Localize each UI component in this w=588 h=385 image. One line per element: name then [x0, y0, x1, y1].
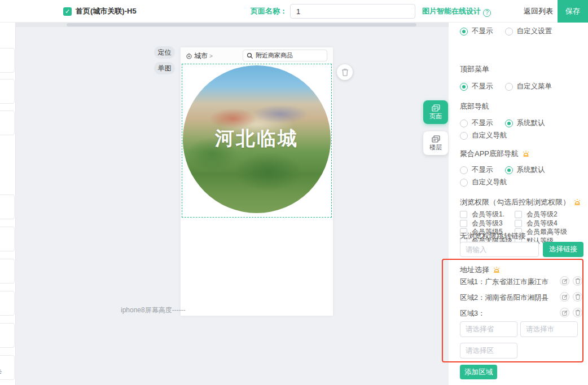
- radio-icon: [460, 166, 468, 174]
- radio-icon: [505, 83, 513, 91]
- province-select[interactable]: [460, 321, 517, 337]
- back-to-list-button[interactable]: 返回列表: [524, 0, 553, 23]
- city-select[interactable]: [520, 321, 578, 337]
- checkbox-option[interactable]: 会员等级1.: [460, 210, 515, 219]
- trash-icon: [341, 68, 349, 76]
- edit-region-button[interactable]: [560, 308, 569, 317]
- radio-icon: [505, 166, 513, 174]
- phone-search-input[interactable]: 附近商家商品: [243, 50, 327, 61]
- component-tag-locate: 定位: [154, 46, 175, 59]
- add-region-button[interactable]: 添加区域: [460, 365, 497, 379]
- address-select-heading: 地址选择: [460, 265, 501, 275]
- checkbox-icon: [460, 220, 467, 227]
- search-placeholder: 附近商家商品: [256, 51, 293, 60]
- trash-icon: [575, 294, 581, 300]
- radio-icon: [460, 132, 468, 140]
- city-photo: 河北临城: [183, 65, 331, 213]
- bottom-nav-heading: 底部导航: [460, 101, 489, 112]
- choose-link-button[interactable]: 选择链接: [543, 242, 583, 257]
- component-tag-single-image: 单图: [154, 62, 175, 74]
- component-card-tabs[interactable]: 选项卡: [0, 355, 15, 380]
- app-bottom-nav-radios-row2: 自定义导航: [460, 178, 519, 187]
- radio-icon: [505, 28, 513, 36]
- radio-option[interactable]: 不显示: [460, 165, 493, 175]
- checkbox-option[interactable]: 会员等级3: [460, 219, 515, 228]
- region-row-1: 区域1：广东省湛江市廉江市: [460, 276, 585, 286]
- region-label: 区域3：: [460, 309, 485, 317]
- save-button[interactable]: 保存: [558, 0, 588, 23]
- view-permission-heading: 浏览权限（勾选后控制浏览权限）: [460, 197, 581, 207]
- display-setting-radios: 不显示 自定义设置: [460, 26, 564, 36]
- district-select[interactable]: [460, 343, 517, 359]
- edit-region-button[interactable]: [560, 292, 569, 302]
- radio-option[interactable]: 不显示: [460, 26, 493, 36]
- component-card-blank[interactable]: 空白: [0, 48, 15, 73]
- page-editor-app: ✓ 首页(城市关联)-H5 页面名称： 图片智能在线设计? 返回列表 保存 空白…: [0, 0, 588, 385]
- topbar: ✓ 首页(城市关联)-H5 页面名称： 图片智能在线设计? 返回列表 保存: [0, 0, 588, 23]
- component-card-image[interactable]: 图片: [0, 110, 15, 135]
- floor-settings-button[interactable]: 楼层: [423, 131, 448, 155]
- page-checkbox[interactable]: ✓: [63, 7, 72, 16]
- radio-option[interactable]: 系统默认: [505, 165, 545, 175]
- help-icon[interactable]: ?: [483, 9, 491, 17]
- radio-icon: [460, 179, 468, 187]
- radio-option[interactable]: 系统默认: [505, 118, 545, 128]
- bell-icon: [573, 198, 581, 206]
- component-card-button[interactable]: 按钮: [0, 291, 15, 316]
- page-settings-button[interactable]: 页面: [423, 100, 448, 124]
- edit-icon: [562, 310, 568, 316]
- delete-region-button[interactable]: [573, 308, 582, 317]
- page-name-label: 页面名称：: [251, 0, 287, 23]
- single-image-component[interactable]: 河北临城: [182, 64, 332, 218]
- iphone8-height-marker: iphone8屏幕高度------: [121, 306, 186, 315]
- component-card-header[interactable]: 头部: [0, 323, 15, 348]
- horizontal-scrollbar-thumb[interactable]: [67, 23, 416, 26]
- radio-icon: [505, 120, 513, 127]
- delete-component-button[interactable]: [337, 64, 353, 80]
- radio-icon: [460, 120, 468, 127]
- app-bottom-nav-radios-row1: 不显示 系统默认: [460, 165, 557, 175]
- floor-settings-label: 楼层: [429, 143, 442, 152]
- city-selector[interactable]: 城市 >: [186, 51, 213, 61]
- radio-option[interactable]: 自定义导航: [460, 131, 507, 140]
- checkbox-option[interactable]: 会员等级2: [515, 210, 558, 219]
- radio-icon: [460, 28, 468, 36]
- radio-option[interactable]: 自定义导航: [460, 178, 507, 187]
- radio-option[interactable]: 自定义设置: [505, 26, 552, 36]
- component-card-text[interactable]: 文本: [0, 79, 15, 104]
- component-card-locate[interactable]: 定位: [0, 227, 15, 251]
- city-label: 城市: [194, 51, 208, 61]
- radio-option[interactable]: 不显示: [460, 82, 493, 91]
- chevron-right-icon: >: [209, 53, 213, 59]
- radio-option[interactable]: 不显示: [460, 118, 493, 128]
- no-permission-link-heading: 无浏览权限跳转链接: [460, 231, 526, 241]
- checkbox-icon: [515, 220, 522, 227]
- design-canvas: 定位 单图 城市 > 附近商家商品: [16, 23, 449, 385]
- trash-icon: [575, 309, 581, 316]
- bottom-nav-radios-row1: 不显示 系统默认: [460, 118, 557, 128]
- jump-link-input[interactable]: [460, 242, 539, 257]
- edit-icon: [562, 294, 568, 300]
- component-card-ad[interactable]: 广告: [0, 259, 15, 284]
- bottom-nav-radios-row2: 自定义导航: [460, 131, 519, 140]
- edit-icon: [562, 278, 568, 284]
- smart-design-link[interactable]: 图片智能在线设计?: [422, 0, 491, 23]
- region-label: 区域1：: [460, 278, 485, 286]
- app-bottom-nav-heading: 聚合APP底部导航: [460, 149, 530, 159]
- city-photo-caption: 河北临城: [183, 126, 331, 152]
- edit-region-button[interactable]: [560, 276, 569, 286]
- delete-region-button[interactable]: [573, 292, 582, 302]
- top-menu-heading: 顶部菜单: [460, 64, 489, 74]
- page-settings-label: 页面: [429, 112, 442, 121]
- trash-icon: [575, 278, 581, 284]
- bell-icon: [522, 150, 530, 158]
- page-name-input[interactable]: [290, 4, 415, 19]
- phone-preview: 城市 > 附近商家商品 河北临城: [181, 47, 333, 316]
- top-menu-radios: 不显示 自定义菜单: [460, 82, 564, 91]
- delete-region-button[interactable]: [573, 276, 582, 286]
- component-card-list[interactable]: 列表: [0, 194, 15, 219]
- checkbox-option[interactable]: 会员等级4: [515, 219, 558, 228]
- region-value: 广东省湛江市廉江市: [485, 278, 548, 286]
- bell-icon: [493, 266, 501, 274]
- radio-option[interactable]: 自定义菜单: [505, 82, 552, 91]
